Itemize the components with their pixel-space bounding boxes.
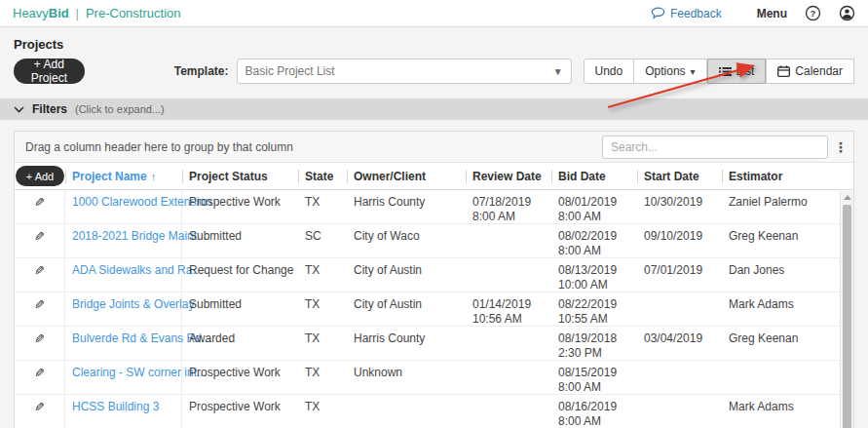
bid-date-cell: 08/22/2019 10:55 AM <box>551 292 637 326</box>
review-date-cell <box>466 258 551 292</box>
group-by-band[interactable]: Drag a column header here to group by th… <box>15 132 853 163</box>
review-time-value: 8:00 AM <box>472 210 547 224</box>
template-select[interactable]: Basic Project List ▼ <box>237 58 572 84</box>
estimator-cell <box>722 361 840 394</box>
edit-cell: ✎ <box>15 224 65 257</box>
column-header-project-status[interactable]: Project Status <box>182 163 298 189</box>
column-header-start-date[interactable]: Start Date <box>637 163 722 189</box>
review-date-cell: 01/14/2019 10:56 AM <box>466 292 551 326</box>
start-date-cell <box>637 292 722 326</box>
edit-pencil-icon[interactable]: ✎ <box>34 366 45 380</box>
review-date-value: 01/14/2019 <box>472 297 547 312</box>
column-header-owner-client[interactable]: Owner/Client <box>347 163 466 189</box>
column-header-estimator[interactable]: Estimator <box>722 163 840 189</box>
page-title: Projects <box>14 37 868 52</box>
brand-logo[interactable]: HeavyBid <box>13 6 69 20</box>
bid-time-value: 8:00 AM <box>558 244 633 258</box>
edit-pencil-icon[interactable]: ✎ <box>34 195 45 210</box>
start-date-cell: 09/10/2019 <box>637 224 722 257</box>
project-name-cell: 1000 Clarewood Extension <box>65 190 182 223</box>
add-row-button[interactable]: + Add <box>16 166 64 186</box>
edit-cell: ✎ <box>15 190 65 223</box>
svg-text:?: ? <box>811 8 816 19</box>
edit-cell: ✎ <box>15 361 65 394</box>
table-row[interactable]: ✎ Bulverde Rd & Evans Rd... Awarded TX H… <box>15 327 853 361</box>
add-project-button[interactable]: + Add Project <box>14 58 85 84</box>
table-body: ✎ 1000 Clarewood Extension Prospective W… <box>15 190 853 428</box>
column-header-project-name[interactable]: Project Name ↑ <box>65 163 182 189</box>
options-label: Options <box>645 64 685 78</box>
column-header-review-date[interactable]: Review Date <box>466 163 551 189</box>
help-button[interactable]: ? <box>805 5 821 21</box>
owner-client-cell: City of Austin <box>347 258 466 292</box>
undo-button[interactable]: Undo <box>584 58 635 84</box>
estimator-cell: Mark Adams <box>722 395 840 428</box>
column-header-label: Project Name <box>72 170 147 183</box>
brand-separator: | <box>76 7 79 20</box>
edit-cell: ✎ <box>15 258 65 292</box>
owner-client-cell: Unknown <box>347 361 466 394</box>
table-row[interactable]: ✎ HCSS Building 3 Prospective Work TX 08… <box>15 395 853 428</box>
state-cell: TX <box>298 190 347 223</box>
edit-pencil-icon[interactable]: ✎ <box>34 331 45 346</box>
top-bar: HeavyBid | Pre-Construction Feedback Men… <box>0 0 868 27</box>
project-name-cell: Bridge Joints & Overlay <box>65 292 182 326</box>
column-header-bid-date[interactable]: Bid Date <box>551 163 637 189</box>
owner-client-cell: Harris County <box>347 190 466 223</box>
owner-client-cell: City of Austin <box>347 292 466 326</box>
list-view-label: List <box>736 64 755 78</box>
app-name: Pre-Construction <box>86 6 181 20</box>
table-row[interactable]: ✎ Bridge Joints & Overlay Submitted TX C… <box>15 292 853 327</box>
list-icon <box>719 66 732 77</box>
vertical-scrollbar[interactable] <box>840 191 853 428</box>
table-row[interactable]: ✎ Clearing - SW corner int... Prospectiv… <box>15 361 853 395</box>
calendar-view-button[interactable]: Calendar <box>766 58 854 84</box>
start-date-cell: 07/01/2019 <box>637 258 722 292</box>
bid-date-cell: 08/01/2019 8:00 AM <box>551 190 637 223</box>
select-caret-icon: ▼ <box>553 66 563 77</box>
estimator-cell: Dan Jones <box>722 258 840 292</box>
search-input[interactable] <box>602 136 828 159</box>
scroll-up-arrow-icon[interactable] <box>841 191 853 204</box>
feedback-button[interactable]: Feedback <box>651 7 722 20</box>
edit-pencil-icon[interactable]: ✎ <box>34 400 45 414</box>
column-header-state[interactable]: State <box>298 163 347 189</box>
projects-grid: Drag a column header here to group by th… <box>14 131 854 428</box>
project-name-link[interactable]: HCSS Building 3 <box>72 400 159 413</box>
project-status-cell: Prospective Work <box>182 361 298 394</box>
filters-expander[interactable]: Filters (Click to expand...) <box>0 98 868 120</box>
grid-header-row: + Add Project Name ↑ Project Status Stat… <box>15 163 853 190</box>
bid-time-value: 8:00 AM <box>558 210 633 224</box>
column-chooser-kebab-icon[interactable]: ⋮ <box>828 136 853 159</box>
start-date-cell <box>637 395 722 428</box>
calendar-view-label: Calendar <box>795 64 843 78</box>
project-status-cell: Submitted <box>182 224 298 257</box>
options-button[interactable]: Options ▾ <box>633 58 706 84</box>
speech-bubble-icon <box>651 7 665 19</box>
review-date-value: 07/18/2019 <box>472 195 547 210</box>
review-date-cell <box>466 224 551 257</box>
project-name-cell: Clearing - SW corner int... <box>65 361 182 394</box>
template-selected-value: Basic Project List <box>245 64 335 78</box>
bid-date-cell: 08/13/2019 10:00 AM <box>551 258 637 292</box>
menu-button[interactable]: Menu <box>757 7 787 20</box>
project-name-link[interactable]: Bridge Joints & Overlay <box>72 297 194 311</box>
edit-pencil-icon[interactable]: ✎ <box>34 297 45 312</box>
edit-pencil-icon[interactable]: ✎ <box>34 263 45 278</box>
bid-time-value: 10:00 AM <box>558 278 633 292</box>
project-name-cell: ADA Sidewalks and Ra... <box>65 258 182 292</box>
owner-client-cell: City of Waco <box>347 224 466 257</box>
table-row[interactable]: ✎ 2018-2021 Bridge Maint... Submitted SC… <box>15 224 853 258</box>
table-row[interactable]: ✎ 1000 Clarewood Extension Prospective W… <box>15 190 853 224</box>
chevron-down-icon <box>14 106 24 113</box>
bid-time-value: 2:30 PM <box>558 346 633 361</box>
account-button[interactable] <box>839 5 855 21</box>
brand-primary: Heavy <box>13 6 49 20</box>
project-status-cell: Submitted <box>182 292 298 326</box>
table-row[interactable]: ✎ ADA Sidewalks and Ra... Request for Ch… <box>15 258 853 292</box>
list-view-button[interactable]: List <box>707 58 767 84</box>
review-date-cell <box>466 327 551 360</box>
state-cell: TX <box>298 361 347 394</box>
edit-pencil-icon[interactable]: ✎ <box>34 229 45 244</box>
scrollbar-thumb[interactable] <box>843 205 851 428</box>
